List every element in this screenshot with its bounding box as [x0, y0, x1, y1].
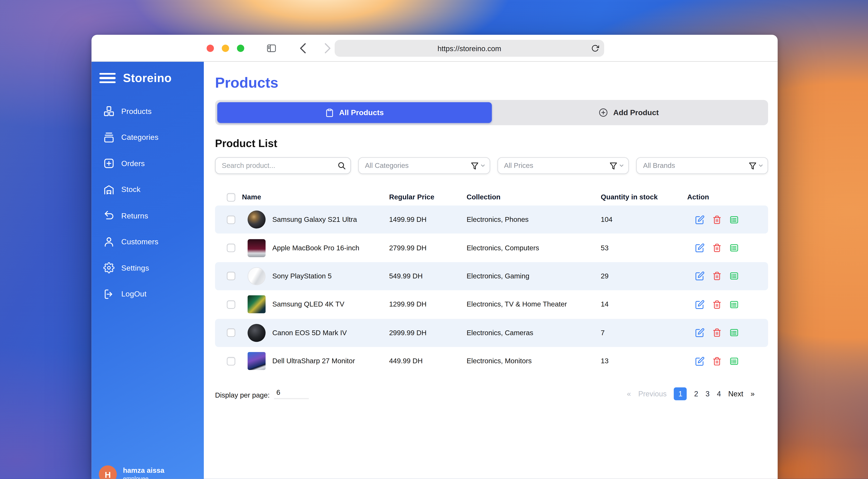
forward-button[interactable]	[324, 42, 331, 54]
undo-arrow-icon	[103, 210, 115, 221]
trash-icon	[713, 300, 721, 309]
delete-button[interactable]	[713, 328, 721, 338]
user-profile[interactable]: H hamza aissa employee	[99, 466, 164, 479]
hamburger-menu-icon[interactable]	[99, 73, 116, 83]
product-table: Name Regular Price Collection Quantity i…	[215, 189, 768, 375]
categories-filter-dropdown[interactable]: All Categories	[358, 157, 490, 174]
back-button[interactable]	[299, 42, 307, 54]
sidebar-item-customers[interactable]: Customers	[91, 229, 204, 255]
zoom-window-button[interactable]	[237, 44, 244, 52]
sidebar-item-logout[interactable]: LogOut	[91, 281, 204, 307]
details-button[interactable]	[730, 272, 739, 281]
table-row[interactable]: Dell UltraSharp 27 Monitor 449.99 DH Ele…	[215, 347, 768, 375]
person-icon	[103, 236, 115, 248]
delete-button[interactable]	[713, 300, 721, 309]
sidebar-item-stock[interactable]: Stock	[91, 177, 204, 202]
edit-icon	[695, 356, 705, 366]
table-row[interactable]: Canon EOS 5D Mark IV 2999.99 DH Electron…	[215, 319, 768, 347]
edit-button[interactable]	[695, 272, 705, 281]
edit-button[interactable]	[695, 300, 705, 309]
details-button[interactable]	[730, 243, 739, 253]
edit-button[interactable]	[695, 328, 705, 338]
browser-window: https://storeino.com	[91, 35, 778, 479]
brands-filter-dropdown[interactable]: All Brands	[636, 157, 768, 174]
per-page-input[interactable]: 6	[274, 389, 309, 400]
delete-button[interactable]	[713, 215, 721, 224]
edit-icon	[695, 300, 705, 309]
product-image	[248, 239, 266, 257]
previous-button[interactable]: Previous	[638, 390, 667, 398]
section-title: Product List	[215, 137, 768, 150]
filters-row: All Categories All Prices All Brands	[215, 157, 768, 174]
funnel-icon	[748, 161, 757, 170]
edit-icon	[695, 272, 705, 281]
table-row[interactable]: Apple MacBook Pro 16-inch 2799.99 DH Ele…	[215, 234, 768, 262]
page-button-4[interactable]: 4	[717, 390, 721, 398]
details-button[interactable]	[730, 356, 739, 366]
close-window-button[interactable]	[207, 44, 214, 52]
product-name: Sony PlayStation 5	[272, 272, 332, 280]
tab-all-products[interactable]: All Products	[217, 102, 492, 123]
sidebar-item-orders[interactable]: Orders	[91, 151, 204, 177]
next-arrow[interactable]: »	[750, 390, 754, 398]
funnel-icon	[470, 161, 479, 170]
product-image	[248, 267, 266, 285]
row-checkbox[interactable]	[227, 300, 235, 309]
row-checkbox[interactable]	[227, 357, 235, 365]
product-image	[248, 324, 266, 342]
table-row[interactable]: Sony PlayStation 5 549.99 DH Electronics…	[215, 262, 768, 290]
page-button-3[interactable]: 3	[706, 390, 710, 398]
product-name: Dell UltraSharp 27 Monitor	[272, 357, 355, 365]
avatar: H	[99, 466, 117, 479]
main-content: Products All Products Add Product Produc…	[204, 62, 778, 479]
page-button-1[interactable]: 1	[674, 387, 687, 401]
select-all-checkbox[interactable]	[227, 193, 235, 201]
reload-button[interactable]	[591, 44, 599, 52]
column-header-quantity: Quantity in stock	[601, 193, 687, 201]
column-header-name: Name	[242, 193, 389, 201]
delete-button[interactable]	[713, 272, 721, 281]
details-button[interactable]	[730, 328, 739, 338]
minimize-window-button[interactable]	[222, 44, 229, 52]
delete-button[interactable]	[713, 356, 721, 366]
delete-button[interactable]	[713, 243, 721, 253]
previous-arrow[interactable]: «	[627, 390, 631, 398]
details-button[interactable]	[730, 300, 739, 309]
prices-filter-dropdown[interactable]: All Prices	[497, 157, 629, 174]
sidebar-item-settings[interactable]: Settings	[91, 255, 204, 281]
edit-button[interactable]	[695, 243, 705, 253]
brand: Storeino	[91, 62, 204, 85]
next-button[interactable]: Next	[728, 390, 743, 398]
table-row[interactable]: Samsung QLED 4K TV 1299.99 DH Electronic…	[215, 290, 768, 319]
row-checkbox[interactable]	[227, 244, 235, 252]
search-box	[215, 157, 351, 174]
details-button[interactable]	[730, 215, 739, 224]
search-input[interactable]	[215, 157, 351, 174]
tab-add-product[interactable]: Add Product	[492, 102, 766, 123]
edit-button[interactable]	[695, 356, 705, 366]
cubes-icon	[103, 106, 115, 117]
reload-icon	[591, 44, 599, 52]
sidebar-item-categories[interactable]: Categories	[91, 124, 204, 151]
sidebar-item-returns[interactable]: Returns	[91, 202, 204, 229]
address-bar[interactable]: https://storeino.com	[335, 40, 604, 57]
chevron-down-icon	[619, 163, 624, 168]
forward-chevron-icon	[324, 42, 331, 54]
product-collection: Electronics, Cameras	[467, 329, 601, 337]
edit-button[interactable]	[695, 215, 705, 224]
product-image	[248, 211, 266, 229]
row-checkbox[interactable]	[227, 328, 235, 337]
table-row[interactable]: Samsung Galaxy S21 Ultra 1499.99 DH Elec…	[215, 205, 768, 234]
sidebar-item-products[interactable]: Products	[91, 98, 204, 124]
product-collection: Electronics, Gaming	[467, 272, 601, 280]
product-price: 1499.99 DH	[389, 216, 467, 223]
trash-icon	[713, 272, 721, 281]
row-checkbox[interactable]	[227, 216, 235, 224]
row-checkbox[interactable]	[227, 272, 235, 280]
product-name: Apple MacBook Pro 16-inch	[272, 244, 359, 252]
per-page-label: Display per page:	[215, 391, 270, 400]
page-button-2[interactable]: 2	[694, 390, 698, 398]
page-title: Products	[215, 74, 768, 92]
toggle-sidebar-button[interactable]	[266, 43, 277, 53]
table-footer: Display per page: 6 « Previous 1 2 3 4 N…	[215, 387, 768, 401]
